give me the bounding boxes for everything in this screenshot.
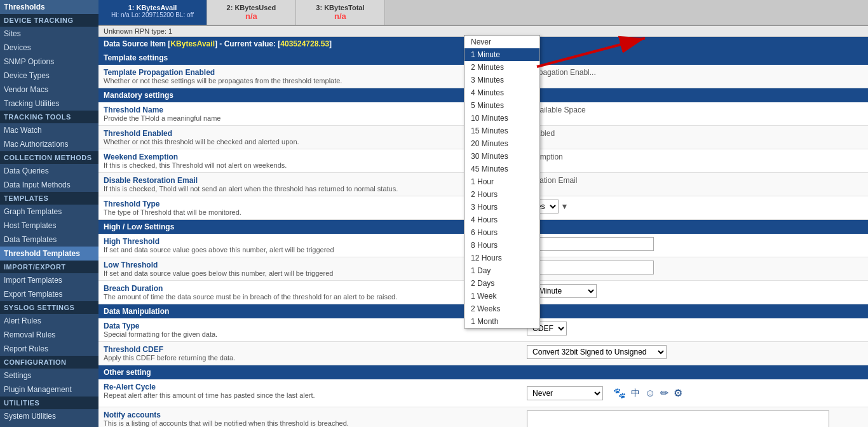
paw-icon[interactable]: 🐾 bbox=[613, 387, 626, 399]
high-threshold-label: High Threshold bbox=[104, 237, 517, 246]
sidebar-item-import-templates[interactable]: Import Templates bbox=[0, 273, 98, 287]
sidebar-item-devices[interactable]: Devices bbox=[0, 41, 98, 55]
sidebar-item-data-templates[interactable]: Data Templates bbox=[0, 233, 98, 247]
notify-accounts-textarea[interactable] bbox=[527, 410, 829, 427]
dd-item-1-minute[interactable]: 1 Minute bbox=[465, 48, 539, 61]
dd-item-2-hours[interactable]: 2 Hours bbox=[465, 188, 539, 201]
sidebar-item-plugin-management[interactable]: Plugin Management bbox=[0, 383, 98, 396]
dd-item-never[interactable]: Never bbox=[465, 36, 539, 48]
dd-item-10-minutes[interactable]: 10 Minutes bbox=[465, 112, 539, 125]
breach-duration-desc: The amount of time the data source must … bbox=[104, 293, 517, 301]
sidebar-item-device-types[interactable]: Device Types bbox=[0, 69, 98, 83]
data-type-desc: Special formatting for the given data. bbox=[104, 330, 517, 338]
dd-item-2-days[interactable]: 2 Days bbox=[465, 277, 539, 290]
sidebar-item-threshold-templates[interactable]: Threshold Templates bbox=[0, 247, 98, 261]
template-propagation-label: Template Propagation Enabled bbox=[104, 68, 517, 77]
re-alert-cycle-select[interactable]: Never 1 Minute 5 Minutes 1 Hour bbox=[527, 386, 603, 400]
threshold-type-desc: The type of Threshold that will be monit… bbox=[104, 208, 517, 216]
dd-item-3-hours[interactable]: 3 Hours bbox=[465, 201, 539, 214]
tab-kbytesused[interactable]: 2: KBytesUsed n/a bbox=[207, 0, 296, 25]
tab-kbytesavail[interactable]: 1: KBytesAvail Hi: n/a Lo: 209715200 BL:… bbox=[98, 0, 207, 25]
gear-icon[interactable]: ⚙ bbox=[674, 387, 682, 399]
low-threshold-label: Low Threshold bbox=[104, 261, 517, 269]
sidebar-item-system-utilities[interactable]: System Utilities bbox=[0, 409, 98, 423]
sidebar-section-device-tracking: Device Tracking bbox=[0, 14, 98, 27]
sidebar-section-templates: Templates bbox=[0, 192, 98, 205]
sidebar-item-thresholds[interactable]: Thresholds bbox=[0, 0, 98, 14]
sidebar-item-vendor-macs[interactable]: Vendor Macs bbox=[0, 83, 98, 97]
sidebar-item-mac-watch[interactable]: Mac Watch bbox=[0, 123, 98, 137]
sidebar-item-snmp-options[interactable]: SNMP Options bbox=[0, 55, 98, 69]
dd-item-1-hour[interactable]: 1 Hour bbox=[465, 175, 539, 188]
sidebar-item-report-rules[interactable]: Report Rules bbox=[0, 342, 98, 356]
dd-item-45-minutes[interactable]: 45 Minutes bbox=[465, 163, 539, 175]
dd-item-12-hours[interactable]: 12 Hours bbox=[465, 252, 539, 264]
dd-item-8-hours[interactable]: 8 Hours bbox=[465, 239, 539, 252]
sidebar-item-data-queries[interactable]: Data Queries bbox=[0, 164, 98, 178]
sidebar-item-sites[interactable]: Sites bbox=[0, 27, 98, 41]
main-content: 1: KBytesAvail Hi: n/a Lo: 209715200 BL:… bbox=[98, 0, 868, 427]
other-setting-table: Re-Alert Cycle Repeat alert after this a… bbox=[98, 379, 868, 427]
re-alert-cycle-desc: Repeat alert after this amount of time h… bbox=[104, 391, 517, 399]
dd-item-30-minutes[interactable]: 30 Minutes bbox=[465, 150, 539, 163]
sidebar: Thresholds Device Tracking Sites Devices… bbox=[0, 0, 98, 427]
threshold-cdef-select[interactable]: Convert 32bit Signed to Unsigned None bbox=[527, 345, 667, 359]
tabs-bar: 1: KBytesAvail Hi: n/a Lo: 209715200 BL:… bbox=[98, 0, 868, 26]
dd-item-4-hours[interactable]: 4 Hours bbox=[465, 214, 539, 226]
dd-item-3-minutes[interactable]: 3 Minutes bbox=[465, 74, 539, 86]
threshold-name-label: Threshold Name bbox=[104, 105, 517, 114]
sidebar-item-graph-templates[interactable]: Graph Templates bbox=[0, 205, 98, 219]
dd-item-2-minutes[interactable]: 2 Minutes bbox=[465, 61, 539, 74]
threshold-enabled-label: Threshold Enabled bbox=[104, 129, 517, 138]
sidebar-item-removal-rules[interactable]: Removal Rules bbox=[0, 328, 98, 342]
dd-item-2-weeks[interactable]: 2 Weeks bbox=[465, 302, 539, 315]
dd-item-20-minutes[interactable]: 20 Minutes bbox=[465, 137, 539, 150]
threshold-type-label: Threshold Type bbox=[104, 200, 517, 208]
breach-duration-dropdown-overlay[interactable]: Never 1 Minute 2 Minutes 3 Minutes 4 Min… bbox=[464, 35, 540, 329]
dd-item-15-minutes[interactable]: 15 Minutes bbox=[465, 125, 539, 137]
re-alert-cycle-label: Re-Alert Cycle bbox=[104, 383, 517, 391]
weekend-exemption-desc: If this is checked, this Threshold will … bbox=[104, 161, 517, 169]
dd-item-1-month[interactable]: 1 Month bbox=[465, 315, 539, 328]
high-threshold-input[interactable] bbox=[527, 237, 654, 251]
sidebar-item-mac-authorizations[interactable]: Mac Authorizations bbox=[0, 137, 98, 151]
sidebar-section-import-export: Import/Export bbox=[0, 261, 98, 273]
low-threshold-desc: If set and data source value goes below … bbox=[104, 269, 517, 277]
sidebar-item-data-input-methods[interactable]: Data Input Methods bbox=[0, 178, 98, 192]
breach-duration-label: Breach Duration bbox=[104, 284, 517, 293]
threshold-enabled-desc: Whether or not this threshold will be ch… bbox=[104, 138, 517, 146]
sidebar-section-configuration: Configuration bbox=[0, 356, 98, 369]
sidebar-item-alert-rules[interactable]: Alert Rules bbox=[0, 314, 98, 328]
data-type-label: Data Type bbox=[104, 322, 517, 330]
notify-accounts-label: Notify accounts bbox=[104, 410, 517, 419]
section-other-setting: Other setting bbox=[98, 365, 868, 379]
low-threshold-input[interactable] bbox=[527, 261, 654, 274]
sidebar-item-host-templates[interactable]: Host Templates bbox=[0, 219, 98, 233]
sidebar-item-tracking-utilities[interactable]: Tracking Utilities bbox=[0, 97, 98, 111]
dd-item-1-day[interactable]: 1 Day bbox=[465, 264, 539, 277]
dd-item-4-minutes[interactable]: 4 Minutes bbox=[465, 86, 539, 99]
disable-restoration-email-desc: If this is checked, Thold will not send … bbox=[104, 185, 517, 193]
sidebar-section-collection-methods: Collection Methods bbox=[0, 151, 98, 164]
dd-item-6-hours[interactable]: 6 Hours bbox=[465, 226, 539, 239]
chinese-char-icon[interactable]: 中 bbox=[631, 388, 640, 399]
threshold-name-desc: Provide the THold a meaningful name bbox=[104, 114, 517, 122]
disable-restoration-email-label: Disable Restoration Email bbox=[104, 176, 517, 185]
sidebar-section-tracking-tools: Tracking Tools bbox=[0, 111, 98, 123]
sidebar-item-settings[interactable]: Settings bbox=[0, 369, 98, 383]
sidebar-section-syslog-settings: Syslog Settings bbox=[0, 301, 98, 314]
smiley-icon[interactable]: ☺ bbox=[645, 388, 655, 399]
tab-kbytestotal[interactable]: 3: KBytesTotal n/a bbox=[296, 0, 385, 25]
threshold-cdef-label: Threshold CDEF bbox=[104, 345, 517, 354]
template-propagation-desc: Whether or not these settings will be pr… bbox=[104, 77, 517, 85]
dd-item-1-week[interactable]: 1 Week bbox=[465, 290, 539, 302]
threshold-cdef-desc: Apply this CDEF before returning the dat… bbox=[104, 354, 517, 362]
sidebar-section-utilities: Utilities bbox=[0, 396, 98, 409]
sidebar-item-user-management[interactable]: User Management bbox=[0, 423, 98, 427]
pencil-icon[interactable]: ✏ bbox=[660, 387, 668, 399]
weekend-exemption-label: Weekend Exemption bbox=[104, 152, 517, 161]
notify-accounts-desc: This is a listing of accounts that will … bbox=[104, 419, 517, 427]
sidebar-item-export-templates[interactable]: Export Templates bbox=[0, 287, 98, 301]
dd-item-5-minutes[interactable]: 5 Minutes bbox=[465, 99, 539, 112]
high-threshold-desc: If set and data source value goes above … bbox=[104, 246, 517, 254]
